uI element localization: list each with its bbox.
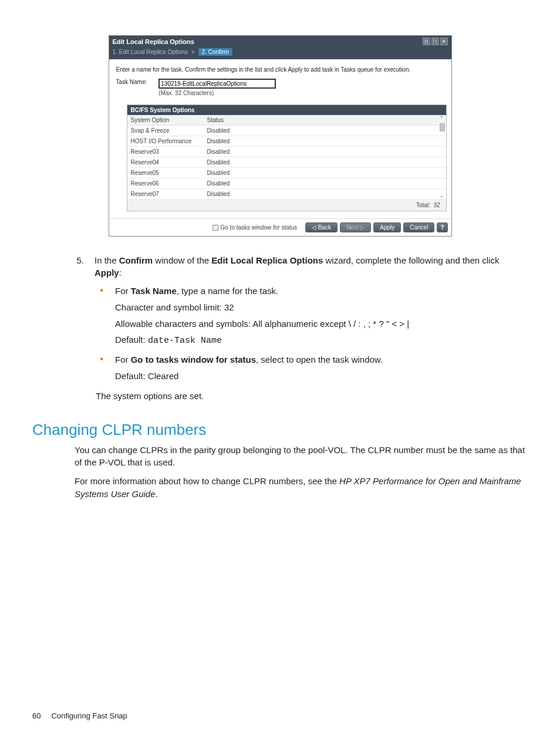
back-button[interactable]: ◁ Back (305, 222, 338, 232)
cancel-button[interactable]: Cancel (403, 222, 434, 232)
next-button[interactable]: Next ▷ (340, 222, 371, 232)
footer-section: Configuring Fast Snap (51, 711, 127, 720)
char-limit: Character and symbol limit: 32 (115, 301, 528, 314)
scroll-thumb[interactable] (440, 123, 445, 131)
task-name-input[interactable] (158, 79, 276, 89)
clpr-para-2: For more information about how to change… (75, 475, 528, 501)
task-name-label: Task Name: (116, 79, 147, 85)
step-chevron: > (191, 49, 195, 55)
table-row: Svap & FreezeDisabled (127, 126, 446, 136)
conclusion: The system options are set. (96, 391, 528, 401)
bullet-icon: • (100, 285, 107, 347)
help-button[interactable]: ? (437, 222, 447, 232)
table-row: Reserve03Disabled (127, 147, 446, 157)
bullet-icon: • (100, 353, 107, 383)
table-row: HOST I/O PerformanceDisabled (127, 136, 446, 147)
wizard-window: Edit Local Replica Options ⎍ □ × 1. Edit… (109, 35, 452, 237)
go-tasks-checkbox[interactable]: Go to tasks window for status (212, 224, 298, 231)
step-2-active: 2. Confirm (198, 48, 232, 56)
table-row: Reserve05Disabled (127, 168, 446, 178)
bullet-task-name: • For Task Name, type a name for the tas… (100, 285, 528, 347)
clpr-para-1: You can change CLPRs in the parity group… (75, 444, 528, 470)
scroll-up-icon[interactable]: ⌃ (439, 115, 446, 121)
bullet-go-to-tasks: • For Go to tasks window for status, sel… (100, 353, 528, 383)
table-row: Reserve06Disabled (127, 178, 446, 189)
default-taskname: Default: date-Task Name (115, 333, 528, 347)
wizard-titlebar: Edit Local Replica Options ⎍ □ × (109, 36, 451, 47)
step-number: 5. (73, 254, 84, 279)
checkbox-icon[interactable] (212, 225, 218, 231)
step-5: 5. In the Confirm window of the Edit Loc… (73, 254, 528, 279)
section-heading: Changing CLPR numbers (32, 421, 528, 439)
table-row: Reserve07Disabled (127, 189, 446, 200)
task-name-hint: (Max. 32 Characters) (158, 90, 276, 96)
scroll-down-icon[interactable]: ⌄ (439, 193, 446, 198)
table-row: Reserve04Disabled (127, 157, 446, 168)
apply-button[interactable]: Apply (373, 222, 401, 232)
go-tasks-label: Go to tasks window for status (221, 224, 298, 231)
col-status: Status (204, 115, 239, 126)
options-total: Total: 32 (127, 200, 446, 211)
page-footer: 60 Configuring Fast Snap (32, 711, 127, 720)
pin-icon[interactable]: ⎍ (423, 38, 430, 45)
close-icon[interactable]: × (440, 38, 448, 45)
col-system-option: System Option (127, 115, 204, 126)
wizard-instruction: Enter a name for the task. Confirm the s… (116, 66, 444, 73)
step-1[interactable]: 1. Edit Local Replica Options (113, 49, 188, 55)
allowable-chars: Allowable characters and symbols: All al… (115, 318, 528, 330)
default-cleared: Default: Cleared (115, 370, 528, 383)
options-table: System Option Status Svap & FreezeDisabl… (127, 115, 446, 200)
options-header: BC/FS System Options (127, 105, 446, 115)
page-number: 60 (32, 711, 41, 720)
wizard-steps: 1. Edit Local Replica Options > 2. Confi… (109, 47, 451, 59)
wizard-title-text: Edit Local Replica Options (113, 38, 194, 45)
maximize-icon[interactable]: □ (431, 38, 439, 45)
